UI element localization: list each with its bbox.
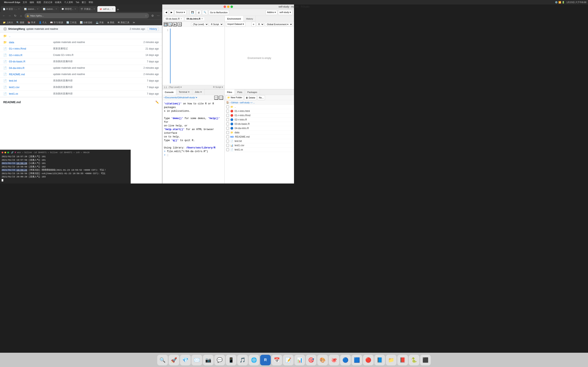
extensions-button[interactable]: ⚙ — [150, 13, 155, 18]
env-r-select[interactable]: R — [256, 22, 264, 26]
files-tab-plots[interactable]: Plots — [235, 89, 245, 95]
console-minimize-btn[interactable]: — — [214, 96, 218, 100]
source-doc-btn[interactable]: ⚙ — [178, 22, 182, 26]
new-folder-btn[interactable]: 📁 New Folder — [226, 95, 243, 100]
readme-edit-icon[interactable]: ✏️ — [155, 100, 159, 104]
file-name-0[interactable]: data — [9, 41, 50, 44]
bookmark-7[interactable]: 💻 开发 — [95, 21, 105, 25]
files-check-6[interactable] — [226, 135, 229, 138]
file-name-2[interactable]: 02-r-intro.R — [9, 54, 50, 57]
bookmark-1[interactable]: 🔍 搜索 — [15, 21, 26, 25]
find-btn[interactable]: 🔍 — [168, 22, 172, 26]
win-minimize-btn[interactable] — [227, 6, 229, 8]
toolbar-forward[interactable]: ▶ — [169, 10, 174, 15]
env-tab-history[interactable]: History — [243, 16, 256, 21]
forward-button[interactable]: → — [7, 13, 12, 18]
tab-5[interactable]: 🐙 self-st... ✕ — [97, 6, 116, 12]
files-item-4[interactable]: 🔵 04-da-intro.R — [225, 126, 294, 131]
files-item-6[interactable]: MD README.md — [225, 135, 294, 139]
console-maximize-btn[interactable]: □ — [219, 96, 223, 100]
tab-close-4[interactable]: ✕ — [94, 8, 95, 10]
files-tab-packages[interactable]: Packages — [245, 89, 260, 95]
files-tab-files[interactable]: Files — [225, 89, 235, 95]
tab-2[interactable]: 📊 statisti... ✕ — [41, 6, 59, 12]
bookmark-more[interactable]: ≫ — [131, 21, 136, 24]
toolbar-back[interactable]: ◀ — [164, 10, 168, 15]
bookmark-2[interactable]: 📚 学术 — [26, 21, 37, 25]
files-check-2[interactable] — [226, 118, 229, 121]
refresh-button[interactable]: ↻ — [13, 13, 17, 18]
dotdot-text[interactable]: .. — [9, 34, 10, 38]
term-minimize-dot[interactable] — [4, 152, 6, 153]
menu-view[interactable]: 视图 — [36, 1, 41, 4]
url-bar[interactable]: 🔒 https://githu... ☆ — [25, 13, 149, 18]
editor-tab-close-1[interactable]: ✕ — [201, 18, 203, 20]
files-check-3[interactable] — [226, 123, 229, 125]
menu-help[interactable]: 帮助 — [89, 1, 93, 4]
console-content[interactable]: 'citation()' on how to cite R or R packa… — [162, 100, 224, 184]
toolbar-addins[interactable]: Addins ▾ — [266, 10, 277, 15]
env-options-btn[interactable]: ≡ — [251, 22, 256, 27]
toolbar-print[interactable]: 🖨 — [196, 10, 201, 15]
toolbar-go-to-file[interactable]: Go to file/function — [209, 10, 229, 15]
files-item-2[interactable]: 🔵 02-r-intro.R — [225, 118, 294, 122]
files-check-4[interactable] — [226, 127, 229, 130]
editor-tab-0[interactable]: 03-ds-basic.R ✕ — [164, 17, 184, 20]
editor-content[interactable]: 1 — [162, 27, 225, 85]
code-area[interactable] — [170, 29, 223, 83]
star-icon[interactable]: ☆ — [145, 15, 147, 17]
history-button[interactable]: History — [148, 27, 159, 31]
files-item-1[interactable]: 🔴 01-r-intro.Rmd — [225, 113, 294, 118]
term-maximize-dot[interactable] — [7, 152, 9, 153]
run-btn[interactable]: ▶ — [173, 22, 177, 26]
bookmark-3[interactable]: 👤 个人 — [38, 21, 48, 25]
toolbar-source[interactable]: Source ▾ — [174, 10, 186, 15]
bookmark-5[interactable]: 🔄 工作流 — [65, 21, 78, 25]
toolbar-project[interactable]: self-study ▾ — [278, 10, 292, 15]
breadcrumb-github[interactable]: GitHub — [231, 101, 238, 104]
breadcrumb-selfstudy[interactable]: self-study — [240, 101, 250, 104]
menu-button[interactable]: ⋯ — [156, 13, 160, 18]
menu-favorites[interactable]: 收藏夹 — [55, 1, 62, 4]
editor-tab-close-0[interactable]: ✕ — [181, 18, 182, 20]
tab-1[interactable]: 📊 statisti... ✕ — [22, 6, 40, 12]
file-name-5[interactable]: README.md — [9, 73, 50, 76]
bookmark-4[interactable]: 📖 学习/资源 — [49, 21, 64, 25]
term-close-dot[interactable] — [2, 152, 3, 153]
breadcrumb-home[interactable]: 🏠 — [226, 101, 229, 104]
menu-edit[interactable]: 编辑 — [30, 1, 34, 4]
tab-close-3[interactable]: ✕ — [75, 8, 76, 10]
file-name-4[interactable]: 04-da-intro.R — [9, 67, 50, 69]
top-level-select[interactable]: (Top Level) — [191, 22, 208, 26]
tab-close-0[interactable]: ✕ — [18, 8, 20, 10]
rename-btn[interactable]: Re... — [258, 95, 265, 100]
r-script-select[interactable]: R Script — [209, 22, 223, 26]
bookmark-9[interactable]: 🛠 系统工具 — [116, 21, 131, 25]
file-name-6[interactable]: test.txt — [9, 79, 50, 82]
tab-close-1[interactable]: ✕ — [37, 8, 39, 10]
tab-4[interactable]: 🎬 开播设... ✕ — [78, 6, 97, 12]
editor-tab-1[interactable]: 04-da-intro.R ✕ — [185, 17, 205, 20]
files-check-1[interactable] — [226, 114, 229, 117]
breadcrumb-r[interactable]: r — [251, 101, 252, 104]
toolbar-save[interactable]: 💾 — [190, 10, 195, 15]
tab-close-5[interactable]: ✕ — [112, 8, 113, 10]
win-close-btn[interactable] — [224, 6, 226, 8]
global-env-select[interactable]: Global Environment ▾ — [265, 22, 293, 26]
files-item-0[interactable]: 🔴 01-r-intro.html — [225, 109, 294, 113]
bookmark-6[interactable]: 📊 分析流程 — [79, 21, 94, 25]
bookmark-0[interactable]: 📁 上科大 — [2, 21, 14, 25]
files-check-0[interactable] — [226, 110, 229, 113]
files-check-5[interactable] — [226, 131, 229, 134]
menu-window[interactable]: 窗口 — [82, 1, 86, 4]
menu-profile[interactable]: 个人资料 — [64, 1, 73, 4]
home-button[interactable]: ⌂ — [19, 13, 23, 18]
menu-tab[interactable]: Tab — [76, 1, 79, 3]
files-item-9[interactable]: 📄 test1.xx — [225, 148, 294, 152]
console-tab-terminal[interactable]: Terminal ✕ — [176, 89, 192, 95]
import-dataset-btn[interactable]: Import Dataset ▾ — [226, 22, 245, 27]
save-btn[interactable]: 💾 — [164, 22, 168, 26]
files-check-8[interactable] — [226, 144, 229, 147]
back-button[interactable]: ← — [2, 13, 6, 18]
tab-3[interactable]: 💬 啊呀吧... ✕ — [60, 6, 78, 12]
